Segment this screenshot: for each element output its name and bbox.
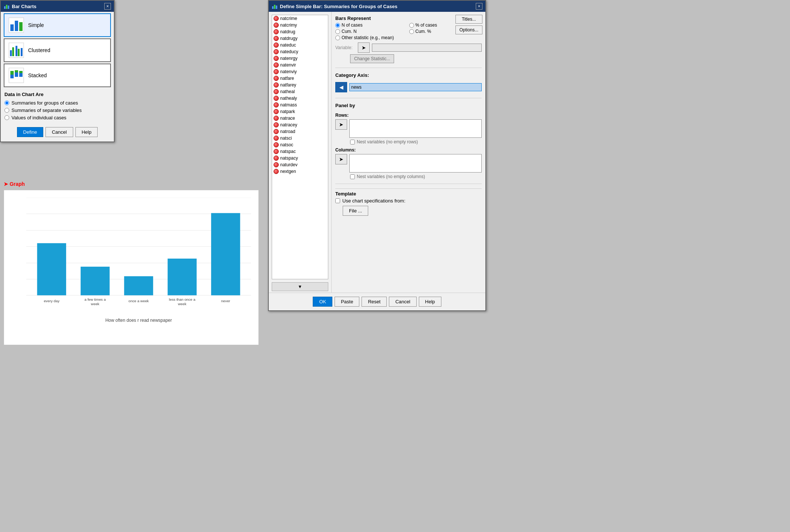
var-icon <box>274 96 279 101</box>
category-axis-arrow-btn[interactable]: ◀ <box>335 82 347 92</box>
list-item[interactable]: nextgen <box>272 168 328 175</box>
radio-values-individual-input[interactable] <box>4 115 9 120</box>
stacked-chart-icon <box>8 67 24 83</box>
variable-list-panel: natcrime natcrimy natdrug natdrugy nated… <box>269 12 332 293</box>
list-item[interactable]: nateduc <box>272 42 328 48</box>
list-item[interactable]: natsci <box>272 135 328 141</box>
template-section: Template Use chart specifications from: … <box>335 188 482 216</box>
list-item[interactable]: natfarey <box>272 82 328 88</box>
template-label: Template <box>335 191 482 197</box>
chart-type-stacked[interactable]: Stacked <box>4 64 111 87</box>
radio-other-stat-input[interactable] <box>335 35 340 40</box>
var-icon <box>274 42 279 48</box>
radio-other-stat-label[interactable]: Other statistic (e.g., mean) <box>335 35 482 40</box>
list-item[interactable]: natracey <box>272 122 328 128</box>
columns-input[interactable] <box>349 154 482 173</box>
radio-cum-pct-input[interactable] <box>409 29 414 34</box>
variable-input[interactable] <box>372 44 482 52</box>
list-item[interactable]: natrace <box>272 115 328 122</box>
define-simple-bar-window: Define Simple Bar: Summaries for Groups … <box>268 0 486 311</box>
dsb-close-btn[interactable]: × <box>476 3 482 10</box>
svg-rect-12 <box>21 48 23 56</box>
columns-input-row: ➤ <box>335 154 482 173</box>
svg-rect-10 <box>16 46 17 56</box>
list-item[interactable]: natpark <box>272 108 328 115</box>
category-axis-input[interactable] <box>349 83 482 91</box>
dsb-help-button[interactable]: Help <box>419 297 441 307</box>
svg-rect-16 <box>15 72 18 77</box>
radio-summaries-groups-input[interactable] <box>4 100 9 105</box>
category-axis-section: Category Axis: ◀ <box>335 72 482 93</box>
radio-summaries-groups[interactable]: Summaries for groups of cases <box>4 100 110 106</box>
chart-type-simple[interactable]: Simple <box>4 13 111 37</box>
dsb-cancel-button[interactable]: Cancel <box>389 297 416 307</box>
define-button[interactable]: Define <box>17 127 44 137</box>
file-button[interactable]: File ... <box>343 206 368 216</box>
titles-button[interactable]: Titles... <box>455 15 482 24</box>
radio-values-individual[interactable]: Values of individual cases <box>4 115 110 120</box>
radio-summaries-vars[interactable]: Summaries of separate variables <box>4 108 110 113</box>
svg-text:less than once a: less than once a <box>169 297 196 301</box>
paste-button[interactable]: Paste <box>335 297 359 307</box>
rows-input[interactable] <box>349 119 482 138</box>
category-axis-label: Category Axis: <box>335 72 482 78</box>
list-item[interactable]: natfare <box>272 75 328 82</box>
nest-rows-checkbox[interactable] <box>350 140 355 144</box>
cancel-button[interactable]: Cancel <box>45 127 73 137</box>
var-icon <box>274 109 279 114</box>
list-item[interactable]: nathealy <box>272 95 328 102</box>
reset-button[interactable]: Reset <box>362 297 387 307</box>
list-item[interactable]: natcrime <box>272 15 328 22</box>
list-item[interactable]: natmass <box>272 102 328 108</box>
list-item[interactable]: natcrimy <box>272 22 328 28</box>
ok-button[interactable]: OK <box>313 297 332 307</box>
svg-text:every day: every day <box>44 299 60 303</box>
rows-input-row: ➤ <box>335 119 482 138</box>
list-item[interactable]: natdrug <box>272 28 328 35</box>
radio-n-cases-label[interactable]: N of cases <box>335 23 408 28</box>
chart-type-clustered[interactable]: Clustered <box>4 38 111 62</box>
help-button[interactable]: Help <box>75 127 98 137</box>
list-item[interactable]: natenviy <box>272 68 328 75</box>
rows-arrow-btn[interactable]: ➤ <box>335 119 347 130</box>
list-item[interactable]: natsoc <box>272 141 328 148</box>
change-statistic-button[interactable]: Change Statistic... <box>350 54 394 63</box>
svg-rect-34 <box>37 243 66 295</box>
use-chart-spec-label: Use chart specifications from: <box>342 198 406 204</box>
svg-rect-19 <box>19 71 23 73</box>
list-item[interactable]: natenrgy <box>272 55 328 62</box>
list-item[interactable]: natroad <box>272 128 328 135</box>
list-item[interactable]: naturdev <box>272 161 328 168</box>
radio-n-cases-input[interactable] <box>335 23 340 28</box>
radio-cum-n-label[interactable]: Cum. N <box>335 29 408 34</box>
bar-chart-svg: 0 200 400 600 800 1,000 1,200 every day … <box>26 198 251 315</box>
radio-pct-cases-input[interactable] <box>409 23 414 28</box>
radio-summaries-vars-input[interactable] <box>4 108 9 113</box>
variable-label: Variable: <box>335 45 356 50</box>
radio-cum-n-input[interactable] <box>335 29 340 34</box>
scroll-down-arrow[interactable]: ▼ <box>272 282 328 291</box>
variable-arrow-btn[interactable]: ➤ <box>358 42 370 53</box>
columns-arrow-btn[interactable]: ➤ <box>335 154 347 164</box>
bar-charts-close-btn[interactable]: × <box>104 3 111 10</box>
nest-columns-checkbox[interactable] <box>350 174 355 179</box>
separator <box>335 68 482 68</box>
bar-charts-title: Bar Charts <box>12 4 36 9</box>
var-icon <box>274 169 279 174</box>
list-item[interactable]: natdrugy <box>272 35 328 42</box>
list-item[interactable]: natheal <box>272 88 328 95</box>
var-icon <box>274 116 279 121</box>
list-item[interactable]: natenvir <box>272 62 328 68</box>
variable-list[interactable]: natcrime natcrimy natdrug natdrugy nated… <box>272 15 328 279</box>
simple-chart-icon <box>8 17 24 33</box>
list-item[interactable]: natspacy <box>272 155 328 161</box>
svg-text:once a week: once a week <box>129 299 149 303</box>
var-icon <box>274 142 279 147</box>
options-button[interactable]: Options... <box>455 25 482 34</box>
list-item[interactable]: natspac <box>272 148 328 155</box>
separator3 <box>335 184 482 184</box>
list-item[interactable]: nateducy <box>272 48 328 55</box>
svg-rect-11 <box>18 49 20 56</box>
use-chart-spec-checkbox[interactable] <box>335 198 340 203</box>
var-icon <box>274 29 279 34</box>
